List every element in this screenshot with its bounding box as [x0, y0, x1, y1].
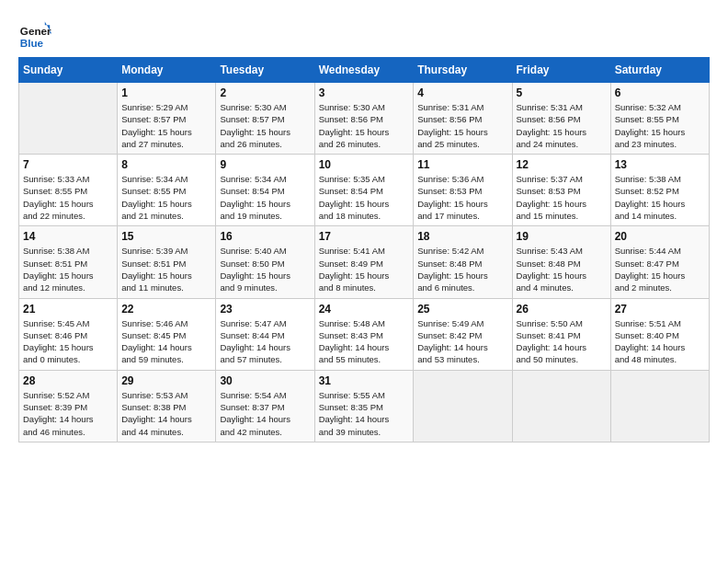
day-cell: 29Sunrise: 5:53 AMSunset: 8:38 PMDayligh… — [118, 370, 216, 442]
day-cell — [512, 370, 610, 442]
day-number: 22 — [121, 303, 211, 316]
day-number: 23 — [220, 303, 310, 316]
day-number: 28 — [23, 374, 113, 387]
day-cell: 11Sunrise: 5:36 AMSunset: 8:53 PMDayligh… — [414, 155, 512, 226]
day-number: 26 — [517, 303, 607, 316]
day-number: 11 — [417, 158, 507, 171]
day-info: Sunrise: 5:43 AMSunset: 8:48 PMDaylight:… — [517, 245, 607, 293]
day-cell: 12Sunrise: 5:37 AMSunset: 8:53 PMDayligh… — [512, 155, 610, 226]
week-row-5: 28Sunrise: 5:52 AMSunset: 8:39 PMDayligh… — [19, 370, 710, 442]
day-info: Sunrise: 5:48 AMSunset: 8:43 PMDaylight:… — [319, 317, 410, 366]
day-number: 19 — [517, 230, 607, 243]
day-info: Sunrise: 5:38 AMSunset: 8:51 PMDaylight:… — [23, 245, 113, 293]
day-info: Sunrise: 5:44 AMSunset: 8:47 PMDaylight:… — [615, 245, 705, 293]
logo-icon: General Blue — [18, 18, 51, 52]
day-number: 27 — [615, 303, 705, 316]
day-cell: 16Sunrise: 5:40 AMSunset: 8:50 PMDayligh… — [216, 226, 314, 298]
day-number: 30 — [220, 374, 310, 387]
day-cell: 28Sunrise: 5:52 AMSunset: 8:39 PMDayligh… — [19, 370, 118, 442]
day-cell: 17Sunrise: 5:41 AMSunset: 8:49 PMDayligh… — [314, 226, 414, 298]
day-info: Sunrise: 5:38 AMSunset: 8:52 PMDaylight:… — [615, 173, 705, 222]
day-number: 9 — [220, 158, 310, 171]
day-number: 6 — [615, 86, 705, 99]
day-cell: 4Sunrise: 5:31 AMSunset: 8:56 PMDaylight… — [414, 83, 512, 155]
day-info: Sunrise: 5:30 AMSunset: 8:56 PMDaylight:… — [319, 101, 410, 150]
day-info: Sunrise: 5:46 AMSunset: 8:45 PMDaylight:… — [121, 317, 211, 366]
day-number: 4 — [417, 86, 507, 99]
col-header-saturday: Saturday — [610, 58, 709, 83]
day-number: 12 — [517, 158, 607, 171]
header-row: SundayMondayTuesdayWednesdayThursdayFrid… — [19, 58, 710, 83]
day-number: 20 — [615, 230, 705, 243]
day-number: 24 — [319, 303, 410, 316]
day-cell: 6Sunrise: 5:32 AMSunset: 8:55 PMDaylight… — [610, 83, 709, 155]
day-info: Sunrise: 5:39 AMSunset: 8:51 PMDaylight:… — [121, 245, 211, 293]
calendar-table: SundayMondayTuesdayWednesdayThursdayFrid… — [18, 57, 710, 442]
day-number: 31 — [319, 374, 410, 387]
day-info: Sunrise: 5:31 AMSunset: 8:56 PMDaylight:… — [517, 101, 607, 150]
week-row-4: 21Sunrise: 5:45 AMSunset: 8:46 PMDayligh… — [19, 298, 710, 370]
col-header-sunday: Sunday — [19, 58, 118, 83]
day-number: 3 — [319, 86, 410, 99]
day-number: 16 — [220, 230, 310, 243]
day-cell: 22Sunrise: 5:46 AMSunset: 8:45 PMDayligh… — [118, 298, 216, 370]
day-cell: 20Sunrise: 5:44 AMSunset: 8:47 PMDayligh… — [610, 226, 709, 298]
day-info: Sunrise: 5:35 AMSunset: 8:54 PMDaylight:… — [319, 173, 410, 222]
day-cell: 1Sunrise: 5:29 AMSunset: 8:57 PMDaylight… — [118, 83, 216, 155]
day-cell: 10Sunrise: 5:35 AMSunset: 8:54 PMDayligh… — [314, 155, 414, 226]
day-cell: 8Sunrise: 5:34 AMSunset: 8:55 PMDaylight… — [118, 155, 216, 226]
logo: General Blue — [18, 18, 55, 52]
day-info: Sunrise: 5:49 AMSunset: 8:42 PMDaylight:… — [417, 317, 507, 366]
week-row-2: 7Sunrise: 5:33 AMSunset: 8:55 PMDaylight… — [19, 155, 710, 226]
day-info: Sunrise: 5:32 AMSunset: 8:55 PMDaylight:… — [615, 101, 705, 150]
day-cell: 2Sunrise: 5:30 AMSunset: 8:57 PMDaylight… — [216, 83, 314, 155]
day-cell — [19, 83, 118, 155]
day-number: 1 — [121, 86, 211, 99]
day-number: 8 — [121, 158, 211, 171]
day-cell: 21Sunrise: 5:45 AMSunset: 8:46 PMDayligh… — [19, 298, 118, 370]
day-cell: 7Sunrise: 5:33 AMSunset: 8:55 PMDaylight… — [19, 155, 118, 226]
day-number: 10 — [319, 158, 410, 171]
day-cell: 26Sunrise: 5:50 AMSunset: 8:41 PMDayligh… — [512, 298, 610, 370]
day-info: Sunrise: 5:34 AMSunset: 8:54 PMDaylight:… — [220, 173, 310, 222]
day-info: Sunrise: 5:41 AMSunset: 8:49 PMDaylight:… — [319, 245, 410, 293]
day-number: 5 — [517, 86, 607, 99]
day-info: Sunrise: 5:37 AMSunset: 8:53 PMDaylight:… — [517, 173, 607, 222]
day-info: Sunrise: 5:54 AMSunset: 8:37 PMDaylight:… — [220, 389, 310, 438]
day-number: 14 — [23, 230, 113, 243]
day-cell: 27Sunrise: 5:51 AMSunset: 8:40 PMDayligh… — [610, 298, 709, 370]
col-header-wednesday: Wednesday — [314, 58, 414, 83]
day-info: Sunrise: 5:29 AMSunset: 8:57 PMDaylight:… — [121, 101, 211, 150]
day-cell: 30Sunrise: 5:54 AMSunset: 8:37 PMDayligh… — [216, 370, 314, 442]
day-cell: 24Sunrise: 5:48 AMSunset: 8:43 PMDayligh… — [314, 298, 414, 370]
day-cell: 23Sunrise: 5:47 AMSunset: 8:44 PMDayligh… — [216, 298, 314, 370]
day-cell — [610, 370, 709, 442]
day-info: Sunrise: 5:34 AMSunset: 8:55 PMDaylight:… — [121, 173, 211, 222]
col-header-monday: Monday — [118, 58, 216, 83]
day-info: Sunrise: 5:52 AMSunset: 8:39 PMDaylight:… — [23, 389, 113, 438]
svg-text:General: General — [20, 25, 51, 37]
day-number: 25 — [417, 303, 507, 316]
svg-text:Blue: Blue — [20, 37, 44, 49]
day-info: Sunrise: 5:55 AMSunset: 8:35 PMDaylight:… — [319, 389, 410, 438]
day-info: Sunrise: 5:53 AMSunset: 8:38 PMDaylight:… — [121, 389, 211, 438]
day-info: Sunrise: 5:33 AMSunset: 8:55 PMDaylight:… — [23, 173, 113, 222]
week-row-3: 14Sunrise: 5:38 AMSunset: 8:51 PMDayligh… — [19, 226, 710, 298]
day-info: Sunrise: 5:31 AMSunset: 8:56 PMDaylight:… — [417, 101, 507, 150]
day-info: Sunrise: 5:42 AMSunset: 8:48 PMDaylight:… — [417, 245, 507, 293]
day-info: Sunrise: 5:47 AMSunset: 8:44 PMDaylight:… — [220, 317, 310, 366]
day-number: 21 — [23, 303, 113, 316]
day-number: 29 — [121, 374, 211, 387]
col-header-thursday: Thursday — [414, 58, 512, 83]
day-number: 7 — [23, 158, 113, 171]
day-info: Sunrise: 5:51 AMSunset: 8:40 PMDaylight:… — [615, 317, 705, 366]
col-header-friday: Friday — [512, 58, 610, 83]
day-info: Sunrise: 5:40 AMSunset: 8:50 PMDaylight:… — [220, 245, 310, 293]
day-cell: 31Sunrise: 5:55 AMSunset: 8:35 PMDayligh… — [314, 370, 414, 442]
day-number: 17 — [319, 230, 410, 243]
day-cell: 25Sunrise: 5:49 AMSunset: 8:42 PMDayligh… — [414, 298, 512, 370]
day-cell: 19Sunrise: 5:43 AMSunset: 8:48 PMDayligh… — [512, 226, 610, 298]
day-number: 15 — [121, 230, 211, 243]
day-info: Sunrise: 5:50 AMSunset: 8:41 PMDaylight:… — [517, 317, 607, 366]
day-number: 2 — [220, 86, 310, 99]
